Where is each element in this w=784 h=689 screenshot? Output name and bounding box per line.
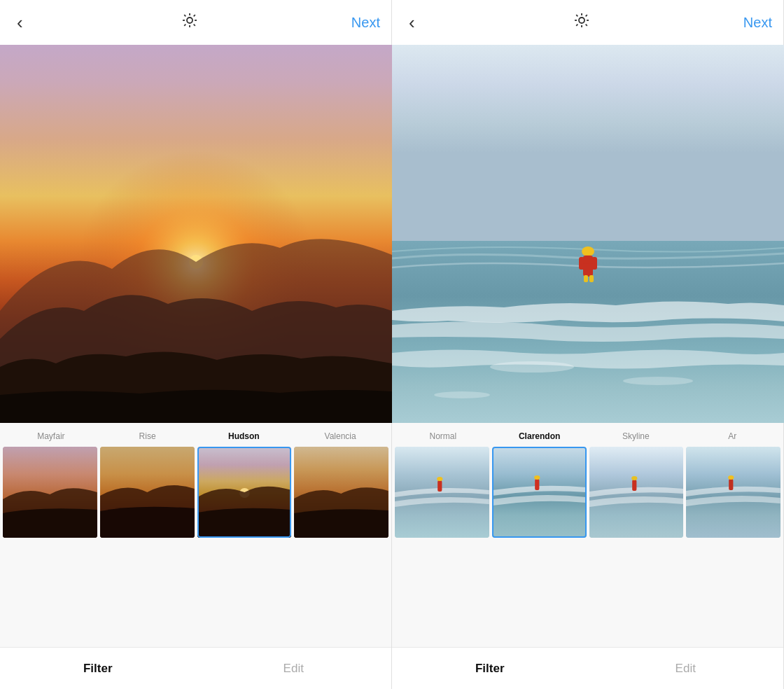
svg-rect-48 — [729, 479, 733, 490]
svg-line-8 — [194, 15, 195, 16]
right-tab-filter[interactable]: Filter — [392, 653, 588, 684]
svg-point-28 — [490, 361, 574, 373]
left-panel: ‹ Next — [0, 0, 392, 689]
right-next-button[interactable]: Next — [743, 15, 772, 31]
svg-point-46 — [631, 476, 637, 480]
left-main-image — [0, 45, 392, 423]
right-brightness-icon[interactable] — [573, 12, 590, 33]
left-back-button[interactable]: ‹ — [11, 11, 29, 34]
left-filter-thumbnails — [0, 447, 391, 538]
svg-line-7 — [184, 25, 186, 26]
right-filter-label-2: Skyline — [588, 431, 685, 441]
right-filter-strip: Normal Clarendon Skyline Ar — [392, 423, 783, 647]
left-brightness-icon[interactable] — [181, 12, 198, 33]
svg-point-29 — [623, 377, 693, 385]
svg-rect-14 — [197, 447, 292, 538]
right-main-image — [392, 45, 784, 423]
right-tab-edit[interactable]: Edit — [588, 653, 784, 684]
right-filter-thumb-2[interactable] — [589, 447, 684, 538]
right-filter-labels: Normal Clarendon Skyline Ar — [392, 431, 783, 441]
left-filter-label-1: Rise — [99, 431, 196, 441]
left-filter-label-2: Hudson — [196, 431, 293, 441]
left-bottom-tabs: Filter Edit — [0, 647, 391, 689]
svg-line-22 — [576, 15, 578, 16]
left-tab-filter[interactable]: Filter — [0, 653, 196, 684]
svg-point-43 — [534, 475, 540, 480]
left-topbar: ‹ Next — [0, 0, 391, 45]
svg-point-17 — [579, 18, 584, 23]
left-filter-label-3: Valencia — [292, 431, 388, 441]
svg-line-25 — [586, 15, 587, 16]
svg-point-40 — [437, 477, 442, 481]
right-filter-thumb-1[interactable] — [492, 447, 587, 538]
right-back-button[interactable]: ‹ — [403, 11, 421, 34]
left-filter-thumb-0[interactable] — [3, 447, 97, 538]
left-next-button[interactable]: Next — [351, 15, 380, 31]
svg-line-24 — [576, 25, 578, 26]
svg-point-15 — [239, 488, 250, 498]
svg-line-23 — [586, 25, 587, 26]
right-filter-thumbnails — [392, 447, 783, 538]
svg-rect-36 — [589, 275, 594, 282]
left-filter-labels: Mayfair Rise Hudson Valencia — [0, 431, 391, 441]
right-panel: ‹ Next — [392, 0, 784, 689]
right-filter-label-0: Normal — [395, 431, 491, 441]
svg-rect-26 — [392, 45, 784, 241]
svg-point-49 — [728, 475, 734, 480]
right-bottom-tabs: Filter Edit — [392, 647, 783, 689]
svg-rect-42 — [535, 479, 539, 490]
left-filter-thumb-1[interactable] — [100, 447, 195, 538]
svg-rect-37 — [583, 256, 593, 264]
svg-line-6 — [194, 25, 195, 26]
left-filter-thumb-3[interactable] — [294, 447, 388, 538]
svg-rect-45 — [632, 480, 636, 491]
left-filter-label-0: Mayfair — [3, 431, 99, 441]
svg-rect-41 — [492, 447, 587, 538]
left-filter-thumb-2[interactable] — [197, 447, 292, 538]
svg-point-0 — [187, 18, 192, 23]
left-tab-edit[interactable]: Edit — [196, 653, 392, 684]
right-topbar: ‹ Next — [392, 0, 783, 45]
svg-rect-39 — [438, 480, 442, 492]
right-filter-label-3: Ar — [684, 431, 780, 441]
right-filter-label-1: Clarendon — [491, 431, 588, 441]
right-filter-thumb-3[interactable] — [686, 447, 780, 538]
left-filter-strip: Mayfair Rise Hudson Valencia — [0, 423, 391, 647]
svg-point-31 — [582, 246, 594, 256]
svg-point-30 — [434, 391, 490, 398]
svg-rect-35 — [584, 275, 588, 282]
right-filter-thumb-0[interactable] — [395, 447, 489, 538]
svg-line-5 — [184, 15, 186, 16]
